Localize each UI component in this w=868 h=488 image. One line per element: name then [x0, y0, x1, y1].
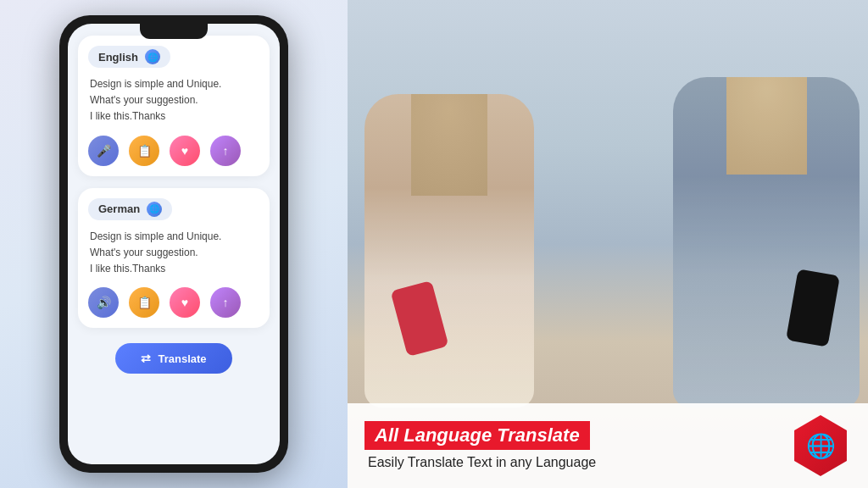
- translate-icon: ⇄: [141, 352, 151, 365]
- phone-frame: English 🌐 Design is simple and Unique. W…: [59, 15, 288, 473]
- target-globe-icon: 🌐: [147, 202, 162, 217]
- source-lang-selector[interactable]: English 🌐: [88, 46, 170, 68]
- banner-text-block: All Language Translate Easily Translate …: [364, 421, 776, 470]
- source-actions: 🎤 📋 ♥ ↑: [88, 136, 259, 166]
- bottom-banner: All Language Translate Easily Translate …: [348, 403, 868, 488]
- target-copy-button[interactable]: 📋: [129, 287, 159, 318]
- hexagon-globe-icon: 🌐: [790, 415, 851, 476]
- translate-button[interactable]: ⇄ Translate: [115, 343, 231, 374]
- banner-title: All Language Translate: [364, 421, 590, 450]
- source-translation-card: English 🌐 Design is simple and Unique. W…: [78, 36, 270, 176]
- phone-notch: [140, 24, 208, 39]
- target-text: Design is simple and Unique. What's your…: [88, 229, 259, 278]
- target-translation-card: German 🌐 Design is simple and Unique. Wh…: [78, 188, 270, 329]
- share-button[interactable]: ↑: [210, 136, 241, 166]
- source-line2: What's your suggestion.: [90, 94, 198, 106]
- favorite-button[interactable]: ♥: [170, 136, 200, 166]
- source-globe-icon: 🌐: [145, 49, 160, 64]
- person-right: [673, 77, 860, 408]
- target-share-button[interactable]: ↑: [210, 287, 241, 318]
- target-line3: I like this.Thanks: [90, 263, 165, 274]
- source-line1: Design is simple and Unique.: [90, 78, 221, 90]
- person-left: [364, 94, 534, 408]
- copy-button[interactable]: 📋: [129, 136, 159, 166]
- source-line3: I like this.Thanks: [90, 110, 165, 122]
- phone-section: English 🌐 Design is simple and Unique. W…: [0, 0, 348, 488]
- speaker-button[interactable]: 🔊: [88, 287, 119, 318]
- source-language-label: English: [98, 51, 138, 64]
- banner-subtitle: Easily Translate Text in any Language: [364, 455, 776, 470]
- translate-button-container: ⇄ Translate: [78, 343, 270, 374]
- target-line2: What's your suggestion.: [90, 247, 198, 258]
- photo-section: All Language Translate Easily Translate …: [348, 0, 868, 488]
- translate-label: Translate: [158, 352, 206, 365]
- target-language-label: German: [98, 202, 140, 215]
- target-lang-selector[interactable]: German 🌐: [88, 198, 172, 220]
- banner-icon-container: 🌐: [790, 415, 851, 476]
- target-favorite-button[interactable]: ♥: [170, 287, 200, 318]
- source-text: Design is simple and Unique. What's your…: [88, 76, 259, 125]
- mic-button[interactable]: 🎤: [88, 136, 119, 166]
- target-line1: Design is simple and Unique.: [90, 230, 221, 242]
- phone-screen: English 🌐 Design is simple and Unique. W…: [68, 24, 280, 464]
- target-actions: 🔊 📋 ♥ ↑: [88, 287, 259, 318]
